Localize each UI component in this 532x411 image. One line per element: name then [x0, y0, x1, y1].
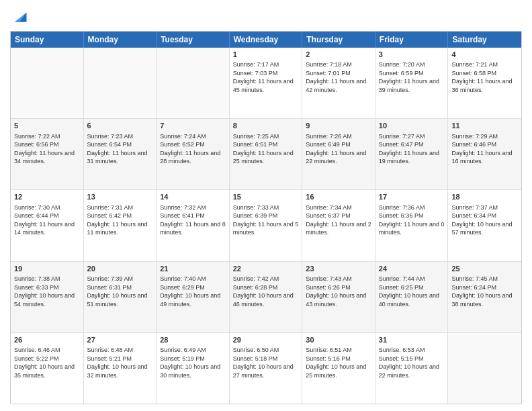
calendar-cell-day-29: 29Sunrise: 6:50 AMSunset: 5:18 PMDayligh…: [230, 333, 303, 404]
day-number: 24: [379, 264, 445, 273]
calendar-cell-day-20: 20Sunrise: 7:39 AMSunset: 6:31 PMDayligh…: [84, 262, 157, 332]
sun-info: Sunrise: 7:38 AMSunset: 6:33 PMDaylight:…: [14, 275, 80, 308]
sun-info: Sunrise: 7:24 AMSunset: 6:52 PMDaylight:…: [160, 132, 226, 166]
calendar-cell-day-16: 16Sunrise: 7:34 AMSunset: 6:37 PMDayligh…: [302, 190, 375, 261]
calendar-header-sunday: Sunday: [11, 32, 84, 48]
sun-info: Sunrise: 7:31 AMSunset: 6:42 PMDaylight:…: [87, 203, 153, 237]
calendar-cell-day-22: 22Sunrise: 7:42 AMSunset: 6:28 PMDayligh…: [230, 262, 303, 332]
calendar-cell-day-14: 14Sunrise: 7:32 AMSunset: 6:41 PMDayligh…: [157, 190, 230, 261]
calendar-cell-day-11: 11Sunrise: 7:29 AMSunset: 6:46 PMDayligh…: [448, 119, 521, 189]
sun-info: Sunrise: 7:43 AMSunset: 6:26 PMDaylight:…: [306, 275, 371, 308]
calendar-cell-day-26: 26Sunrise: 6:46 AMSunset: 5:22 PMDayligh…: [11, 333, 84, 404]
calendar-cell-day-7: 7Sunrise: 7:24 AMSunset: 6:52 PMDaylight…: [157, 119, 230, 189]
day-number: 3: [379, 50, 445, 59]
sun-info: Sunrise: 7:39 AMSunset: 6:31 PMDaylight:…: [87, 275, 153, 308]
calendar-header: SundayMondayTuesdayWednesdayThursdayFrid…: [11, 32, 521, 48]
sun-info: Sunrise: 7:37 AMSunset: 6:34 PMDaylight:…: [451, 203, 518, 237]
day-number: 26: [14, 335, 80, 345]
calendar-cell-day-13: 13Sunrise: 7:31 AMSunset: 6:42 PMDayligh…: [84, 190, 157, 261]
page-header: [10, 7, 522, 26]
calendar-cell-day-4: 4Sunrise: 7:21 AMSunset: 6:58 PMDaylight…: [448, 48, 521, 118]
sun-info: Sunrise: 6:51 AMSunset: 5:16 PMDaylight:…: [306, 346, 371, 379]
sun-info: Sunrise: 7:26 AMSunset: 6:49 PMDaylight:…: [306, 132, 371, 166]
calendar-cell-day-27: 27Sunrise: 6:48 AMSunset: 5:21 PMDayligh…: [84, 333, 157, 404]
sun-info: Sunrise: 7:45 AMSunset: 6:24 PMDaylight:…: [451, 275, 518, 308]
day-number: 19: [14, 264, 80, 273]
calendar-header-saturday: Saturday: [448, 32, 521, 48]
calendar-cell-day-24: 24Sunrise: 7:44 AMSunset: 6:25 PMDayligh…: [375, 262, 449, 332]
sun-info: Sunrise: 7:22 AMSunset: 6:56 PMDaylight:…: [14, 132, 80, 166]
sun-info: Sunrise: 6:49 AMSunset: 5:19 PMDaylight:…: [160, 346, 226, 379]
calendar-cell-day-12: 12Sunrise: 7:30 AMSunset: 6:44 PMDayligh…: [11, 190, 84, 261]
calendar-body: 1Sunrise: 7:17 AMSunset: 7:03 PMDaylight…: [11, 48, 521, 404]
calendar-cell-empty: [157, 48, 230, 118]
calendar-header-friday: Friday: [375, 32, 449, 48]
calendar-row-3: 19Sunrise: 7:38 AMSunset: 6:33 PMDayligh…: [11, 262, 521, 333]
calendar-cell-day-1: 1Sunrise: 7:17 AMSunset: 7:03 PMDaylight…: [230, 48, 303, 118]
calendar-cell-day-17: 17Sunrise: 7:36 AMSunset: 6:36 PMDayligh…: [375, 190, 449, 261]
day-number: 27: [87, 335, 153, 345]
logo: [10, 7, 32, 26]
day-number: 5: [14, 121, 80, 130]
calendar-row-2: 12Sunrise: 7:30 AMSunset: 6:44 PMDayligh…: [11, 190, 521, 261]
calendar-row-0: 1Sunrise: 7:17 AMSunset: 7:03 PMDaylight…: [11, 48, 521, 119]
calendar-cell-empty: [11, 48, 84, 118]
day-number: 18: [451, 192, 518, 201]
day-number: 30: [306, 335, 371, 345]
calendar-cell-day-21: 21Sunrise: 7:40 AMSunset: 6:29 PMDayligh…: [157, 262, 230, 332]
calendar-cell-day-23: 23Sunrise: 7:43 AMSunset: 6:26 PMDayligh…: [302, 262, 375, 332]
sun-info: Sunrise: 7:34 AMSunset: 6:37 PMDaylight:…: [306, 203, 371, 237]
calendar-cell-day-3: 3Sunrise: 7:20 AMSunset: 6:59 PMDaylight…: [375, 48, 449, 118]
sun-info: Sunrise: 6:50 AMSunset: 5:18 PMDaylight:…: [233, 346, 299, 379]
calendar-cell-day-10: 10Sunrise: 7:27 AMSunset: 6:47 PMDayligh…: [375, 119, 449, 189]
day-number: 17: [379, 192, 445, 201]
sun-info: Sunrise: 7:44 AMSunset: 6:25 PMDaylight:…: [379, 275, 445, 308]
calendar-cell-day-9: 9Sunrise: 7:26 AMSunset: 6:49 PMDaylight…: [302, 119, 375, 189]
sun-info: Sunrise: 7:30 AMSunset: 6:44 PMDaylight:…: [14, 203, 80, 237]
sun-info: Sunrise: 7:25 AMSunset: 6:51 PMDaylight:…: [233, 132, 299, 166]
sun-info: Sunrise: 7:23 AMSunset: 6:54 PMDaylight:…: [87, 132, 153, 166]
sun-info: Sunrise: 7:32 AMSunset: 6:41 PMDaylight:…: [160, 203, 226, 237]
day-number: 16: [306, 192, 371, 201]
day-number: 29: [233, 335, 299, 345]
sun-info: Sunrise: 6:48 AMSunset: 5:21 PMDaylight:…: [87, 346, 153, 379]
calendar-cell-empty: [448, 333, 521, 404]
calendar-cell-day-19: 19Sunrise: 7:38 AMSunset: 6:33 PMDayligh…: [11, 262, 84, 332]
day-number: 21: [160, 264, 226, 273]
calendar-header-monday: Monday: [84, 32, 157, 48]
day-number: 20: [87, 264, 153, 273]
day-number: 23: [306, 264, 371, 273]
day-number: 14: [160, 192, 226, 201]
sun-info: Sunrise: 7:27 AMSunset: 6:47 PMDaylight:…: [379, 132, 445, 166]
calendar-cell-empty: [84, 48, 157, 118]
calendar-cell-day-25: 25Sunrise: 7:45 AMSunset: 6:24 PMDayligh…: [448, 262, 521, 332]
sun-info: Sunrise: 7:29 AMSunset: 6:46 PMDaylight:…: [451, 132, 518, 166]
sun-info: Sunrise: 7:36 AMSunset: 6:36 PMDaylight:…: [379, 203, 445, 237]
calendar-cell-day-30: 30Sunrise: 6:51 AMSunset: 5:16 PMDayligh…: [302, 333, 375, 404]
sun-info: Sunrise: 7:42 AMSunset: 6:28 PMDaylight:…: [233, 275, 299, 308]
sun-info: Sunrise: 7:33 AMSunset: 6:39 PMDaylight:…: [233, 203, 299, 237]
calendar-cell-day-2: 2Sunrise: 7:18 AMSunset: 7:01 PMDaylight…: [302, 48, 375, 118]
day-number: 15: [233, 192, 299, 201]
day-number: 13: [87, 192, 153, 201]
day-number: 22: [233, 264, 299, 273]
sun-info: Sunrise: 6:53 AMSunset: 5:15 PMDaylight:…: [379, 346, 445, 379]
calendar-row-4: 26Sunrise: 6:46 AMSunset: 5:22 PMDayligh…: [11, 333, 521, 404]
day-number: 2: [306, 50, 371, 59]
calendar-cell-day-18: 18Sunrise: 7:37 AMSunset: 6:34 PMDayligh…: [448, 190, 521, 261]
day-number: 9: [306, 121, 371, 130]
sun-info: Sunrise: 6:46 AMSunset: 5:22 PMDaylight:…: [14, 346, 80, 379]
calendar-row-1: 5Sunrise: 7:22 AMSunset: 6:56 PMDaylight…: [11, 119, 521, 190]
day-number: 10: [379, 121, 445, 130]
day-number: 1: [233, 50, 299, 59]
sun-info: Sunrise: 7:20 AMSunset: 6:59 PMDaylight:…: [379, 60, 445, 94]
sun-info: Sunrise: 7:21 AMSunset: 6:58 PMDaylight:…: [451, 60, 518, 94]
day-number: 8: [233, 121, 299, 130]
calendar-header-thursday: Thursday: [302, 32, 375, 48]
sun-info: Sunrise: 7:17 AMSunset: 7:03 PMDaylight:…: [233, 60, 299, 94]
day-number: 12: [14, 192, 80, 201]
day-number: 7: [160, 121, 226, 130]
calendar-cell-day-6: 6Sunrise: 7:23 AMSunset: 6:54 PMDaylight…: [84, 119, 157, 189]
day-number: 25: [451, 264, 518, 273]
calendar-cell-day-15: 15Sunrise: 7:33 AMSunset: 6:39 PMDayligh…: [230, 190, 303, 261]
